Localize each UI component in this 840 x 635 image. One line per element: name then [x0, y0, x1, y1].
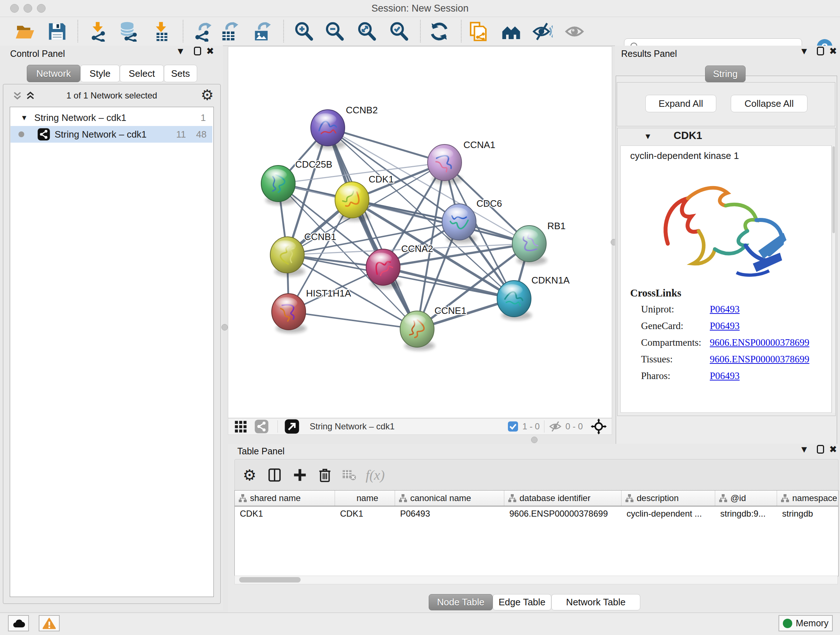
- table-scrollbar-thumb[interactable]: [239, 577, 301, 583]
- maximize-panel-icon[interactable]: [817, 445, 824, 454]
- delete-column-trash-icon[interactable]: [318, 468, 332, 482]
- table-settings-gear-icon[interactable]: ⚙: [243, 466, 256, 484]
- table-cell[interactable]: stringdb: [782, 509, 838, 519]
- import-network-from-database-icon[interactable]: [118, 21, 139, 42]
- crosslink-link[interactable]: P06493: [710, 304, 740, 315]
- tab-node-table[interactable]: Node Table: [429, 594, 493, 610]
- export-network-icon[interactable]: [193, 21, 213, 42]
- crosslink-label: Pharos:: [641, 371, 670, 382]
- toolbar-separator: [77, 20, 78, 42]
- expand-all-button[interactable]: Expand All: [645, 95, 716, 112]
- string-network-graph[interactable]: CCNB2CCNA1CDC25BCDK1CDC6RB1CCNB1CCNA2CDK…: [228, 47, 612, 418]
- table-cell[interactable]: CDK1: [240, 509, 333, 519]
- toolbar-separator: [420, 20, 421, 42]
- network-node-hist1h1a[interactable]: HIST1H1A: [272, 288, 351, 333]
- home-networks-icon[interactable]: [501, 21, 521, 42]
- crosslink-link[interactable]: 9606.ENSP00000378699: [710, 354, 809, 365]
- network-node-ccnb1[interactable]: CCNB1: [270, 231, 336, 276]
- tab-edge-table[interactable]: Edge Table: [493, 594, 551, 610]
- export-image-icon[interactable]: [252, 21, 272, 42]
- fit-selected-crosshair-icon[interactable]: [591, 418, 607, 434]
- tab-string[interactable]: String: [705, 65, 745, 82]
- column-header-database-identifier[interactable]: database identifier: [504, 491, 622, 506]
- results-scrollbar[interactable]: [832, 146, 835, 413]
- collapse-node-triangle-icon[interactable]: ▼: [644, 132, 652, 141]
- vertical-splitter-handle[interactable]: [221, 324, 228, 331]
- crosslink-link[interactable]: P06493: [710, 371, 740, 382]
- table-cell[interactable]: cyclin-dependent ...: [627, 509, 713, 519]
- table-cell[interactable]: P06493: [400, 509, 502, 519]
- table-cell[interactable]: CDK1: [340, 509, 393, 519]
- network-edge[interactable]: [289, 312, 417, 329]
- network-view-canvas[interactable]: CCNB2CCNA1CDC25BCDK1CDC6RB1CCNB1CCNA2CDK…: [228, 46, 612, 418]
- node-label: CDC6: [477, 198, 502, 209]
- network-node-rb1[interactable]: RB1: [512, 220, 566, 265]
- node-table[interactable]: shared namenamecanonical namedatabase id…: [234, 490, 838, 576]
- table-horizontal-scrollbar[interactable]: [234, 576, 838, 584]
- column-header-shared-name[interactable]: shared name: [235, 491, 335, 506]
- network-list-options-gear-icon[interactable]: ⚙: [201, 87, 214, 103]
- collapse-triangle-icon[interactable]: ▼: [21, 114, 28, 122]
- crosslink-link[interactable]: P06493: [710, 320, 740, 332]
- network-edge[interactable]: [328, 128, 417, 329]
- zoom-in-icon[interactable]: [294, 21, 314, 42]
- tab-select[interactable]: Select: [120, 65, 164, 82]
- export-table-icon[interactable]: [219, 21, 240, 42]
- import-table-from-file-icon[interactable]: [151, 21, 171, 42]
- show-columns-icon[interactable]: [267, 468, 282, 482]
- maximize-panel-icon[interactable]: [194, 47, 201, 55]
- network-collection-row[interactable]: ▼ String Network – cdk1 1: [11, 109, 212, 126]
- network-row[interactable]: String Network – cdk1 11 48: [11, 126, 212, 143]
- float-panel-icon[interactable]: ▼: [799, 46, 809, 57]
- tab-sets[interactable]: Sets: [164, 65, 197, 82]
- close-panel-icon[interactable]: ✖: [206, 46, 214, 57]
- selected-checkbox-icon[interactable]: [507, 421, 519, 432]
- crosslink-link[interactable]: 9606.ENSP00000378699: [710, 337, 809, 348]
- cloud-button[interactable]: [8, 615, 29, 631]
- maximize-panel-icon[interactable]: [817, 47, 824, 55]
- collapse-all-button[interactable]: Collapse All: [731, 95, 807, 112]
- open-in-browser-icon[interactable]: [284, 419, 300, 434]
- tab-network[interactable]: Network: [27, 65, 80, 82]
- column-header-name[interactable]: name: [335, 491, 395, 506]
- network-node-cdkn1a[interactable]: CDKN1A: [497, 275, 570, 320]
- close-panel-icon[interactable]: ✖: [829, 46, 837, 57]
- hide-selected-eye-slash-icon[interactable]: [532, 21, 553, 42]
- results-scrollbar-thumb[interactable]: [832, 146, 835, 233]
- birds-eye-grid-icon[interactable]: [234, 420, 248, 433]
- add-column-icon[interactable]: [293, 468, 307, 482]
- column-header-description[interactable]: description: [622, 491, 715, 506]
- collapse-all-networks-icon[interactable]: [11, 89, 24, 102]
- column-header-canonical-name[interactable]: canonical name: [395, 491, 504, 506]
- duplicate-network-icon[interactable]: [468, 21, 488, 42]
- column-header-namespace[interactable]: namespace: [777, 491, 838, 506]
- tab-network-table[interactable]: Network Table: [551, 594, 640, 610]
- node-label: HIST1H1A: [306, 288, 351, 299]
- table-cell[interactable]: stringdb:9...: [720, 509, 775, 519]
- function-builder-icon[interactable]: f(x): [366, 467, 385, 483]
- import-network-from-file-icon[interactable]: [88, 21, 108, 42]
- warnings-button[interactable]: [39, 615, 60, 631]
- delete-table-icon[interactable]: [342, 469, 356, 481]
- string-network-badge-icon[interactable]: [254, 419, 269, 434]
- network-node-ccna1[interactable]: CCNA1: [428, 139, 495, 184]
- network-node-cdc6[interactable]: CDC6: [442, 198, 502, 243]
- zoom-selected-icon[interactable]: [389, 21, 409, 42]
- zoom-fit-icon[interactable]: [357, 21, 377, 42]
- close-panel-icon[interactable]: ✖: [829, 444, 837, 455]
- table-cell[interactable]: 9606.ENSP00000378699: [509, 509, 619, 519]
- refresh-network-view-icon[interactable]: [429, 21, 449, 42]
- tab-style[interactable]: Style: [80, 65, 120, 82]
- show-all-eye-icon[interactable]: [564, 21, 584, 42]
- float-panel-icon[interactable]: ▼: [799, 444, 809, 455]
- memory-button[interactable]: Memory: [778, 615, 833, 631]
- toolbar-divider: [278, 420, 278, 432]
- open-file-icon[interactable]: [14, 21, 35, 42]
- horizontal-splitter-handle[interactable]: [531, 437, 538, 443]
- zoom-out-icon[interactable]: [325, 21, 345, 42]
- node-label: CCNB1: [304, 231, 336, 242]
- save-session-icon[interactable]: [47, 21, 67, 42]
- float-panel-icon[interactable]: ▼: [176, 46, 185, 57]
- column-header--id[interactable]: @id: [715, 491, 777, 506]
- expand-all-networks-icon[interactable]: [24, 89, 36, 102]
